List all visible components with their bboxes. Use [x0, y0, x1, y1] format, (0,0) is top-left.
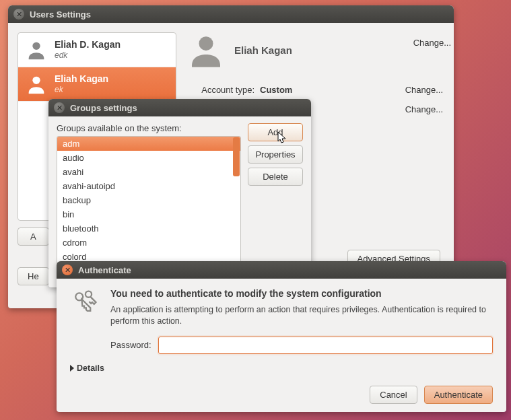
- change-password-button[interactable]: Change...: [405, 104, 443, 114]
- help-button[interactable]: He: [18, 267, 49, 285]
- groups-settings-window: ✕ Groups settings Groups available on th…: [48, 99, 311, 287]
- change-name-button[interactable]: Change...: [413, 38, 451, 48]
- change-account-type-button[interactable]: Change...: [405, 85, 443, 95]
- group-item[interactable]: bin: [57, 207, 240, 221]
- avatar-icon: [25, 73, 48, 96]
- authenticate-button[interactable]: Authenticate: [424, 386, 493, 404]
- user-list-item[interactable]: Eliah D. Kagan edk: [18, 33, 176, 67]
- details-toggle[interactable]: Details: [70, 363, 493, 373]
- group-delete-button[interactable]: Delete: [248, 168, 303, 186]
- auth-window-title: Authenticate: [78, 265, 131, 275]
- user-subname: edk: [55, 50, 121, 60]
- svg-point-1: [32, 77, 40, 84]
- password-input[interactable]: [158, 337, 493, 354]
- triangle-right-icon: [70, 365, 74, 372]
- users-window-title: Users Settings: [30, 9, 91, 20]
- user-subname: ek: [55, 85, 108, 94]
- cancel-button[interactable]: Cancel: [370, 386, 417, 404]
- user-list-item[interactable]: Eliah Kagan ek: [18, 67, 176, 102]
- group-item[interactable]: adm: [57, 137, 240, 151]
- groups-window-title: Groups settings: [70, 103, 137, 113]
- user-name: Eliah Kagan: [55, 74, 108, 84]
- avatar-icon: [187, 31, 225, 69]
- group-item[interactable]: avahi: [57, 165, 240, 179]
- auth-heading: You need to authenticate to modify the s…: [110, 288, 493, 299]
- group-item[interactable]: bluetooth: [57, 221, 240, 236]
- authenticate-window: ✕ Authenticate You need to authenticate …: [57, 261, 506, 412]
- groups-listbox[interactable]: adm audio avahi avahi-autoipd backup bin…: [57, 136, 241, 281]
- add-user-button[interactable]: A: [18, 228, 49, 246]
- groups-titlebar[interactable]: ✕ Groups settings: [48, 99, 311, 116]
- scrollbar-thumb[interactable]: [233, 137, 240, 176]
- keys-icon: [70, 288, 100, 318]
- svg-point-2: [199, 36, 213, 50]
- svg-point-4: [86, 291, 92, 298]
- user-name: Eliah D. Kagan: [55, 40, 121, 50]
- group-item[interactable]: avahi-autoipd: [57, 179, 240, 193]
- details-label: Details: [77, 363, 104, 373]
- avatar-icon: [25, 38, 48, 61]
- close-icon[interactable]: ✕: [13, 9, 24, 20]
- group-properties-button[interactable]: Properties: [248, 145, 303, 164]
- close-icon[interactable]: ✕: [62, 265, 73, 275]
- group-item[interactable]: cdrom: [57, 236, 240, 250]
- groups-caption: Groups available on the system:: [57, 123, 241, 133]
- account-type-label: Account type:: [187, 85, 254, 95]
- password-label: Password:: [110, 340, 151, 350]
- svg-point-0: [32, 42, 40, 50]
- group-add-button[interactable]: Add: [248, 123, 303, 141]
- users-titlebar[interactable]: ✕ Users Settings: [8, 5, 454, 23]
- auth-titlebar[interactable]: ✕ Authenticate: [57, 261, 506, 279]
- auth-description: An application is attempting to perform …: [110, 304, 493, 327]
- account-type-value: Custom: [260, 85, 292, 95]
- profile-name: Eliah Kagan: [234, 44, 292, 56]
- group-item[interactable]: audio: [57, 151, 240, 165]
- close-icon[interactable]: ✕: [54, 102, 65, 113]
- group-item[interactable]: backup: [57, 193, 240, 207]
